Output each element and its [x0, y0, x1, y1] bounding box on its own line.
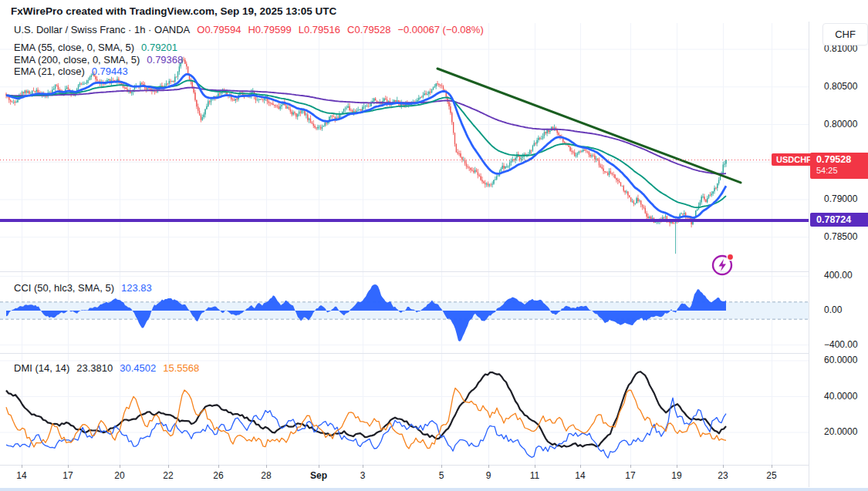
ohlc-close: C0.79528	[347, 24, 390, 35]
chart-canvas[interactable]	[0, 0, 868, 491]
symbol-title: U.S. Dollar / Swiss Franc · 1h · OANDA	[14, 24, 190, 35]
time-tick-label: 5	[439, 470, 444, 481]
cci-name: CCI (50, hlc3, SMA, 5)	[14, 282, 114, 294]
time-tick-label: 26	[213, 470, 223, 481]
cci-legend-row[interactable]: CCI (50, hlc3, SMA, 5) 123.83	[14, 282, 152, 294]
time-tick-label: 14	[16, 470, 26, 481]
symbol-legend-row[interactable]: U.S. Dollar / Swiss Franc · 1h · OANDA O…	[14, 24, 484, 35]
time-tick-label: 23	[718, 470, 728, 481]
descending-trendline[interactable]	[437, 69, 741, 183]
bar-countdown: 54:25	[816, 166, 868, 177]
price-tick-label: 0.78500	[824, 231, 857, 242]
plus-di-line	[6, 398, 726, 458]
time-tick-label: 19	[671, 470, 681, 481]
price-tick-label: 0.79000	[824, 193, 857, 204]
price-axis-separator	[809, 22, 809, 487]
ema55-value: 0.79201	[141, 42, 177, 53]
tradingview-chart-page: { "header": { "title": "FxWirePro create…	[0, 0, 868, 491]
time-tick-label: 20	[114, 470, 124, 481]
last-price-value: 0.79528	[816, 154, 868, 166]
ema-55-line	[6, 80, 726, 207]
dmi-pane	[6, 372, 726, 458]
bottom-strip	[0, 488, 868, 491]
adx-line	[6, 372, 726, 447]
dmi-tick-label: 60.0000	[824, 355, 857, 365]
cci-tick-label: 0.00	[824, 304, 842, 315]
notification-dot	[727, 254, 733, 260]
time-tick-label: 17	[625, 470, 635, 481]
ema55-name: EMA (55, close, 0, SMA, 5)	[14, 42, 134, 53]
dmi-tick-label: 20.0000	[824, 426, 857, 437]
grid-layer	[0, 23, 809, 465]
ema21-legend-row[interactable]: EMA (21, close) 0.79443	[14, 66, 128, 77]
last-price-label: 0.79528 54:25	[810, 153, 868, 179]
currency-button[interactable]: CHF	[822, 23, 868, 45]
dmi-minus-di-value: 15.5568	[163, 362, 199, 374]
dmi-adx-value: 23.3810	[76, 362, 113, 374]
time-tick-label: 3	[360, 470, 366, 481]
time-tick-label: 22	[163, 470, 173, 481]
ema200-name: EMA (200, close, 0, SMA, 5)	[14, 54, 140, 66]
time-tick-label: 25	[766, 470, 776, 481]
ema200-legend-row[interactable]: EMA (200, close, 0, SMA, 5) 0.79368	[14, 54, 183, 66]
cci-tick-label: 400.00	[824, 270, 853, 281]
cci-tick-label: −400.00	[824, 339, 858, 350]
dmi-legend-row[interactable]: DMI (14, 14) 23.3810 30.4502 15.5568	[14, 362, 199, 374]
ema55-legend-row[interactable]: EMA (55, close, 0, SMA, 5) 0.79201	[14, 42, 177, 53]
time-tick-label: 11	[530, 470, 539, 481]
ema-21-line	[6, 74, 726, 217]
price-tick-label: 0.80500	[824, 81, 857, 92]
cci-value: 123.83	[121, 282, 152, 294]
ohlc-high: H0.79599	[248, 24, 291, 35]
ema200-value: 0.79368	[147, 54, 183, 66]
ema21-name: EMA (21, close)	[14, 66, 85, 77]
ohlc-change: −0.00067 (−0.08%)	[397, 24, 483, 35]
ema21-value: 0.79443	[92, 66, 128, 77]
time-tick-label: 9	[486, 470, 491, 481]
candles-layer	[5, 57, 726, 254]
time-tick-label: 14	[575, 470, 585, 481]
ohlc-low: L0.79516	[299, 24, 340, 35]
time-tick-label: 28	[261, 470, 271, 481]
price-tick-label: 0.80000	[824, 119, 857, 129]
page-title: FxWirePro created with TradingView.com, …	[11, 5, 336, 17]
dmi-tick-label: 40.0000	[824, 391, 857, 402]
time-tick-label: Sep	[310, 470, 327, 481]
ohlc-open: O0.79594	[197, 24, 241, 35]
time-tick-label: 17	[62, 470, 73, 481]
dmi-plus-di-value: 30.4502	[120, 362, 156, 374]
ema-200-line	[6, 88, 726, 174]
support-price-label: 0.78724	[810, 213, 868, 227]
minus-di-line	[6, 388, 726, 449]
flash-icon-button[interactable]	[708, 251, 739, 280]
dmi-name: DMI (14, 14)	[14, 362, 69, 374]
